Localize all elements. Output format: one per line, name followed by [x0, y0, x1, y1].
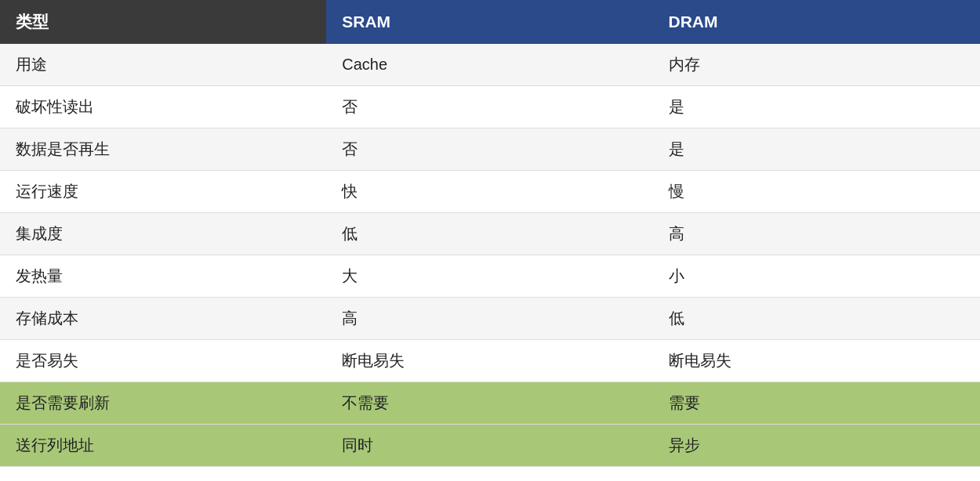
cell-type: 是否需要刷新 — [0, 382, 326, 425]
cell-sram: 否 — [326, 86, 652, 128]
cell-dram: 高 — [653, 213, 981, 255]
cell-dram: 异步 — [653, 425, 981, 467]
cell-dram: 小 — [653, 255, 981, 298]
cell-dram: 是 — [653, 86, 981, 128]
cell-sram: 大 — [326, 255, 652, 298]
cell-type: 运行速度 — [0, 171, 326, 213]
cell-sram: 断电易失 — [326, 340, 652, 382]
cell-type: 用途 — [0, 44, 326, 86]
cell-dram: 低 — [653, 298, 981, 340]
cell-sram: 同时 — [326, 425, 652, 467]
cell-type: 数据是否再生 — [0, 128, 326, 171]
cell-sram: 快 — [326, 171, 652, 213]
cell-type: 送行列地址 — [0, 425, 326, 467]
cell-sram: 高 — [326, 298, 652, 340]
comparison-table: 类型 SRAM DRAM 用途Cache内存破坏性读出否是数据是否再生否是运行速… — [0, 0, 980, 467]
cell-sram: Cache — [326, 44, 652, 86]
cell-dram: 断电易失 — [653, 340, 981, 382]
cell-dram: 慢 — [653, 171, 981, 213]
cell-type: 发热量 — [0, 255, 326, 298]
header-type: 类型 — [0, 0, 326, 44]
cell-type: 破坏性读出 — [0, 86, 326, 128]
header-dram: DRAM — [653, 0, 981, 44]
cell-sram: 低 — [326, 213, 652, 255]
cell-type: 是否易失 — [0, 340, 326, 382]
cell-sram: 否 — [326, 128, 652, 171]
cell-type: 存储成本 — [0, 298, 326, 340]
cell-dram: 需要 — [653, 382, 981, 425]
cell-sram: 不需要 — [326, 382, 652, 425]
cell-type: 集成度 — [0, 213, 326, 255]
cell-dram: 内存 — [653, 44, 981, 86]
header-sram: SRAM — [326, 0, 652, 44]
cell-dram: 是 — [653, 128, 981, 171]
